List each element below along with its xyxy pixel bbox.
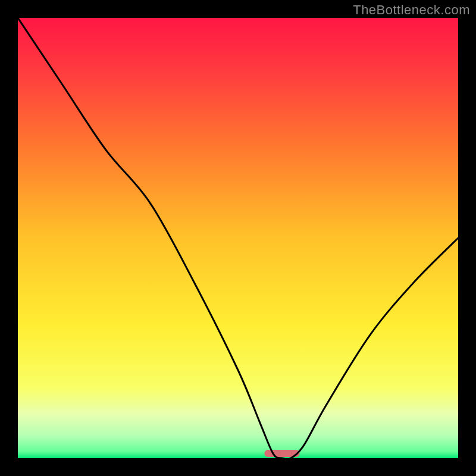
- bottleneck-chart: [18, 18, 458, 458]
- gradient-background: [18, 18, 458, 458]
- chart-frame: TheBottleneck.com: [0, 0, 476, 476]
- watermark-text: TheBottleneck.com: [353, 2, 470, 18]
